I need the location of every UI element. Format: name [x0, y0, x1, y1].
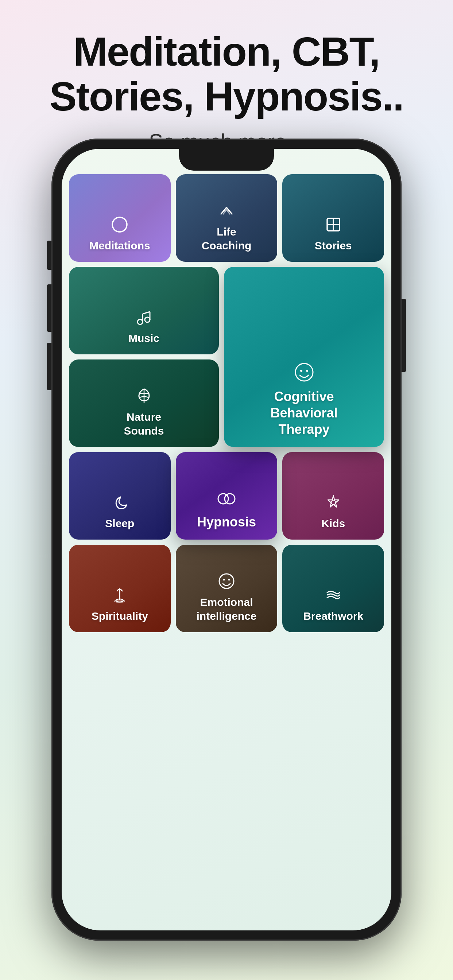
- app-grid: Meditations LifeCoaching: [69, 174, 384, 920]
- stories-icon: [324, 215, 343, 234]
- cbt-label: CognitiveBehavioralTherapy: [270, 388, 337, 438]
- header-title: Meditation, CBT, Stories, Hypnosis..: [29, 29, 424, 119]
- kids-icon: [324, 493, 343, 512]
- card-cbt[interactable]: CognitiveBehavioralTherapy: [224, 267, 384, 447]
- card-breathwork[interactable]: Breathwork: [282, 545, 384, 632]
- svg-point-19: [223, 579, 225, 581]
- spirituality-icon: [110, 585, 129, 605]
- hypnosis-icon: [216, 488, 237, 509]
- card-emotional-intelligence[interactable]: Emotionalintelligence: [176, 545, 278, 632]
- emotional-label: Emotionalintelligence: [196, 595, 257, 623]
- power-button: [402, 299, 406, 372]
- card-kids[interactable]: Kids: [282, 452, 384, 539]
- nature-sounds-label: NatureSounds: [124, 410, 164, 438]
- card-music[interactable]: Music: [69, 267, 219, 355]
- svg-line-8: [143, 312, 150, 314]
- svg-point-4: [137, 320, 143, 325]
- phone-mockup: Meditations LifeCoaching: [51, 138, 402, 940]
- svg-point-11: [300, 370, 302, 372]
- svg-point-14: [225, 494, 235, 504]
- breathwork-label: Breathwork: [303, 609, 363, 623]
- card-meditations[interactable]: Meditations: [69, 174, 171, 262]
- music-label: Music: [128, 331, 160, 345]
- title-line2: Stories, Hypnosis..: [49, 74, 404, 119]
- music-icon: [134, 307, 154, 327]
- title-line1: Meditation, CBT,: [73, 29, 379, 75]
- svg-point-20: [228, 579, 230, 581]
- svg-point-0: [112, 217, 127, 232]
- svg-point-5: [145, 317, 150, 322]
- grid-row-1: Meditations LifeCoaching: [69, 174, 384, 262]
- nature-sounds-icon: [134, 386, 154, 406]
- kids-label: Kids: [321, 517, 345, 530]
- meditations-label: Meditations: [89, 239, 150, 253]
- volume-silent-button: [47, 240, 51, 270]
- card-spirituality[interactable]: Spirituality: [69, 545, 171, 632]
- sleep-icon: [110, 493, 129, 512]
- volume-down-button: [47, 343, 51, 390]
- life-coaching-icon: [217, 201, 236, 221]
- svg-point-10: [295, 363, 313, 381]
- phone-frame: Meditations LifeCoaching: [51, 138, 402, 940]
- card-stories[interactable]: Stories: [282, 174, 384, 262]
- emotional-icon: [217, 571, 236, 591]
- life-coaching-label: LifeCoaching: [202, 225, 252, 252]
- grid-row-2: Music NatureSounds: [69, 267, 384, 447]
- stories-label: Stories: [315, 239, 352, 253]
- sleep-label: Sleep: [105, 517, 134, 530]
- spirituality-label: Spirituality: [91, 609, 148, 623]
- svg-point-12: [306, 370, 308, 372]
- breathwork-icon: [324, 585, 343, 605]
- grid-row-3: Sleep Hypnosis: [69, 452, 384, 539]
- phone-notch: [179, 149, 274, 170]
- grid-row-4: Spirituality Emotionalintelligence: [69, 545, 384, 632]
- svg-point-18: [219, 574, 234, 589]
- volume-up-button: [47, 285, 51, 332]
- phone-screen: Meditations LifeCoaching: [62, 149, 391, 931]
- meditations-icon: [110, 215, 129, 234]
- card-hypnosis[interactable]: Hypnosis: [176, 452, 278, 539]
- cbt-icon: [292, 361, 316, 384]
- card-life-coaching[interactable]: LifeCoaching: [176, 174, 278, 262]
- card-sleep[interactable]: Sleep: [69, 452, 171, 539]
- card-nature-sounds[interactable]: NatureSounds: [69, 360, 219, 447]
- hypnosis-label: Hypnosis: [197, 514, 256, 530]
